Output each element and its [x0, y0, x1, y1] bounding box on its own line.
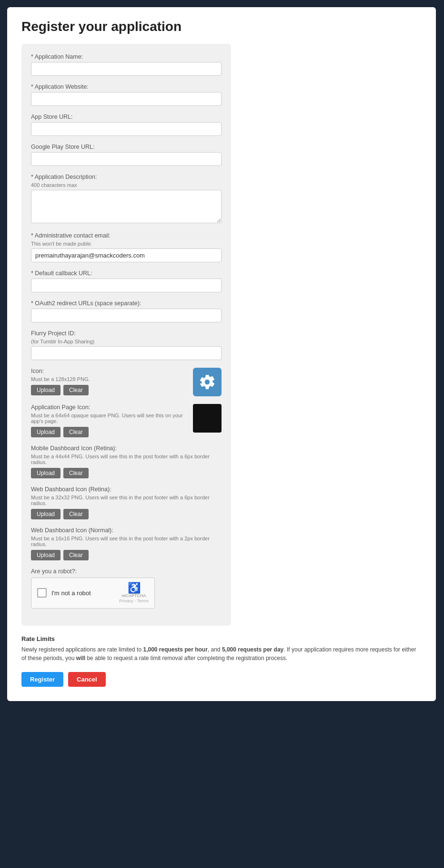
recaptcha-left: I'm not a robot [37, 588, 91, 598]
cancel-button[interactable]: Cancel [68, 672, 106, 687]
default-callback-group: * Default callback URL: [31, 270, 222, 292]
recaptcha-box: I'm not a robot ♿ reCAPTCHA Privacy - Te… [31, 578, 155, 609]
app-website-label: * Application Website: [31, 83, 222, 90]
admin-email-label: * Administrative contact email: [31, 232, 222, 239]
registration-form: * Application Name: * Application Websit… [21, 44, 231, 626]
app-store-url-label: App Store URL: [31, 114, 222, 120]
app-website-input[interactable] [31, 92, 222, 106]
admin-email-sublabel: This won't be made public [31, 241, 222, 247]
page-title: Register your application [21, 19, 422, 34]
google-play-url-input[interactable] [31, 152, 222, 166]
icon-buttons: Upload Clear [31, 385, 188, 395]
flurry-project-input[interactable] [31, 346, 222, 360]
web-dashboard-normal-clear-button[interactable]: Clear [63, 550, 89, 560]
mobile-dashboard-label: Mobile Dashboard Icon (Retina): [31, 445, 222, 452]
web-dashboard-normal-sublabel: Must be a 16x16 PNG. Users will see this… [31, 536, 222, 547]
admin-email-group: * Administrative contact email: This won… [31, 232, 222, 262]
icon-upload-button[interactable]: Upload [31, 385, 61, 395]
oauth2-redirect-group: * OAuth2 redirect URLs (space separate): [31, 300, 222, 322]
web-dashboard-normal-group: Web Dashboard Icon (Normal): Must be a 1… [31, 527, 222, 560]
app-name-label: * Application Name: [31, 53, 222, 60]
rate-limits-section: Rate Limits Newly registered application… [21, 635, 422, 662]
app-page-icon-row: Application Page Icon: Must be a 64x64 o… [31, 404, 222, 437]
app-store-url-group: App Store URL: [31, 114, 222, 136]
flurry-project-label: Flurry Project ID: [31, 330, 222, 337]
mobile-dashboard-sublabel: Must be a 44x44 PNG. Users will see this… [31, 454, 222, 465]
app-page-icon-buttons: Upload Clear [31, 427, 188, 437]
mobile-dashboard-upload-button[interactable]: Upload [31, 468, 61, 478]
admin-email-input[interactable] [31, 248, 222, 262]
web-dashboard-normal-buttons: Upload Clear [31, 550, 222, 560]
mobile-dashboard-buttons: Upload Clear [31, 468, 222, 478]
app-description-group: * Application Description: 400 character… [31, 174, 222, 225]
web-dashboard-normal-label: Web Dashboard Icon (Normal): [31, 527, 222, 534]
app-description-textarea[interactable] [31, 190, 222, 223]
rate-limits-title: Rate Limits [21, 635, 422, 642]
app-page-icon-left: Application Page Icon: Must be a 64x64 o… [31, 404, 188, 437]
google-play-url-label: Google Play Store URL: [31, 144, 222, 150]
app-website-group: * Application Website: [31, 83, 222, 106]
app-page-icon-sublabel: Must be a 64x64 opaque square PNG. Users… [31, 413, 188, 424]
web-dashboard-retina-clear-button[interactable]: Clear [63, 509, 89, 519]
recaptcha-links-text[interactable]: Privacy - Terms [119, 599, 149, 603]
flurry-project-group: Flurry Project ID: (for Tumblr In-App Sh… [31, 330, 222, 360]
icon-preview-area [193, 368, 222, 396]
default-callback-input[interactable] [31, 279, 222, 292]
recaptcha-right: ♿ reCAPTCHA Privacy - Terms [119, 583, 149, 603]
oauth2-redirect-input[interactable] [31, 309, 222, 322]
web-dashboard-retina-buttons: Upload Clear [31, 509, 222, 519]
web-dashboard-retina-upload-button[interactable]: Upload [31, 509, 61, 519]
app-page-icon-preview-black [193, 404, 222, 433]
icon-clear-button[interactable]: Clear [63, 385, 89, 395]
recaptcha-checkbox[interactable] [37, 588, 47, 598]
icon-label: Icon: [31, 368, 188, 374]
app-page-icon-clear-button[interactable]: Clear [63, 427, 89, 437]
page-container: Register your application * Application … [7, 7, 436, 701]
gear-icon [199, 373, 216, 391]
web-dashboard-retina-sublabel: Must be a 32x32 PNG. Users will see this… [31, 495, 222, 506]
recaptcha-brand-text: reCAPTCHA [119, 593, 149, 599]
icon-row: Icon: Must be a 128x128 PNG. Upload Clea… [31, 368, 222, 396]
oauth2-redirect-label: * OAuth2 redirect URLs (space separate): [31, 300, 222, 307]
app-page-icon-upload-button[interactable]: Upload [31, 427, 61, 437]
web-dashboard-normal-upload-button[interactable]: Upload [31, 550, 61, 560]
app-store-url-input[interactable] [31, 122, 222, 136]
flurry-project-sublabel: (for Tumblr In-App Sharing) [31, 339, 222, 344]
recaptcha-label: I'm not a robot [51, 589, 91, 597]
app-description-sublabel: 400 characters max [31, 182, 222, 188]
app-description-label: * Application Description: [31, 174, 222, 180]
default-callback-label: * Default callback URL: [31, 270, 222, 277]
action-buttons: Register Cancel [21, 672, 422, 687]
icon-preview-blue [193, 368, 222, 396]
web-dashboard-retina-group: Web Dashboard Icon (Retina): Must be a 3… [31, 486, 222, 519]
robot-label: Are you a robot?: [31, 568, 222, 575]
app-page-icon-preview-area [193, 404, 222, 433]
icon-sublabel: Must be a 128x128 PNG. [31, 376, 188, 382]
mobile-dashboard-clear-button[interactable]: Clear [63, 468, 89, 478]
app-name-input[interactable] [31, 62, 222, 76]
recaptcha-logo-icon: ♿ [119, 583, 149, 593]
rate-limits-text: Newly registered applications are rate l… [21, 645, 422, 662]
app-page-icon-label: Application Page Icon: [31, 404, 188, 411]
robot-group: Are you a robot?: I'm not a robot ♿ reCA… [31, 568, 222, 609]
mobile-dashboard-group: Mobile Dashboard Icon (Retina): Must be … [31, 445, 222, 478]
register-button[interactable]: Register [21, 672, 63, 687]
web-dashboard-retina-label: Web Dashboard Icon (Retina): [31, 486, 222, 493]
icon-left: Icon: Must be a 128x128 PNG. Upload Clea… [31, 368, 188, 395]
google-play-url-group: Google Play Store URL: [31, 144, 222, 166]
app-name-group: * Application Name: [31, 53, 222, 76]
